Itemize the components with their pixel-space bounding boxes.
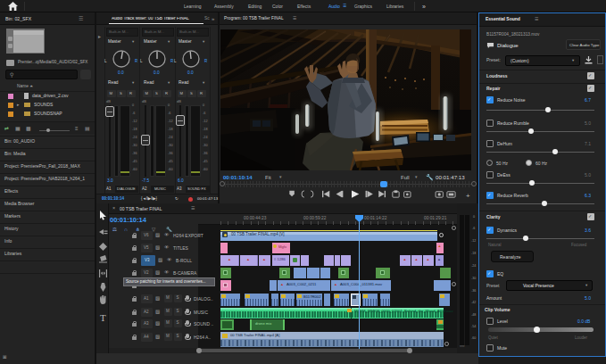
svg-text:T: T: [100, 312, 106, 323]
